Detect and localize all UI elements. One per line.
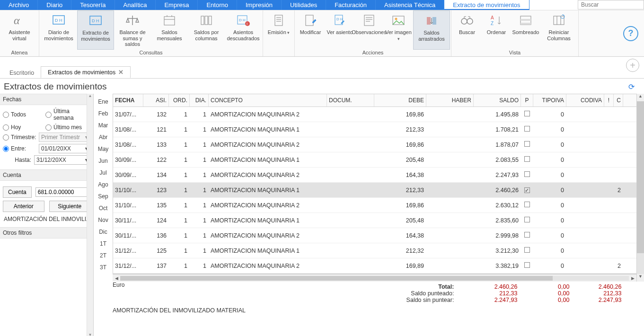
section-fechas[interactable]: Fechas [0,94,93,105]
ribbon-ordenar[interactable]: AZOrdenar [482,10,511,50]
help-icon[interactable]: ? [623,26,638,41]
table-row[interactable]: 30/09/...13411AMORTIZACION MAQUINARIA 21… [113,168,636,183]
section-cuenta[interactable]: Cuenta [0,169,93,181]
close-tab-icon[interactable]: ✕ [118,69,124,76]
checkbox-punteado[interactable] [524,141,530,147]
col-last[interactable]: C [614,94,623,106]
grid-horizontal-scrollbar[interactable]: ◀ ▶ [113,274,636,282]
col-asi[interactable]: ASI. [143,94,169,106]
month-1t[interactable]: 1T [94,238,113,249]
ribbon-extracto-de-movimientos[interactable]: D HExtracto de movimientos [77,10,114,50]
col-fecha[interactable]: FECHA [113,94,143,106]
table-row[interactable]: 30/11/...12411AMORTIZACION MAQUINARIA 12… [113,213,636,228]
ribbon-saldos-por-columnas[interactable]: Saldos por columnas [188,10,225,50]
table-row[interactable]: 31/07/...13211AMORTIZACION MAQUINARIA 21… [113,107,636,122]
menu-facturacin[interactable]: Facturación [326,0,376,10]
scroll-right-icon[interactable]: ▶ [629,276,636,281]
table-row[interactable]: 31/10/...13511AMORTIZACION MAQUINARIA 21… [113,198,636,213]
month-jul[interactable]: Jul [94,167,113,178]
ribbon-observaciones[interactable]: Observaciones [354,10,384,50]
search-input[interactable] [578,0,644,9]
month-mar[interactable]: Mar [94,119,113,131]
table-row[interactable]: 30/09/...12211AMORTIZACION MAQUINARIA 12… [113,152,636,168]
ribbon-asistente-virtual[interactable]: αAsistente virtual [1,10,38,50]
ribbon-saldos-mensuales[interactable]: Saldos mensuales [151,10,188,50]
ribbon-balance-de-sumas-y-saldos[interactable]: Balance de sumas y saldos [114,10,151,50]
radio-trimestre[interactable]: Trimestre: [3,134,36,141]
menu-analtica[interactable]: Analítica [115,0,156,10]
grid-header[interactable]: FECHA ASI. ORD. DIA. CONCEPTO DOCUM. DEB… [113,94,636,107]
checkbox-punteado[interactable] [524,262,530,268]
checkbox-punteado[interactable] [524,202,530,207]
col-saldo[interactable]: SALDO [474,94,521,106]
ribbon-modificar[interactable]: Modificar [296,10,325,50]
checkbox-punteado[interactable] [524,126,530,132]
date-entre-input[interactable]: 01/01/20XX▾ [39,144,90,153]
month-ene[interactable]: Ene [94,96,113,107]
sidebar-scrollbar[interactable] [87,94,93,336]
table-row[interactable]: 30/11/...13611AMORTIZACION MAQUINARIA 21… [113,228,636,243]
radio-hoy[interactable]: Hoy [3,124,44,131]
menu-entorno[interactable]: Entorno [198,0,237,10]
ribbon-sombreado[interactable]: Sombreado [511,10,540,50]
checkbox-punteado[interactable] [524,111,530,116]
radio-entre[interactable]: Entre: [3,145,36,152]
month-nov[interactable]: Nov [94,214,113,226]
menu-utilidades[interactable]: Utilidades [282,0,326,10]
col-haber[interactable]: HABER [426,94,474,106]
ribbon-reiniciar-columnas[interactable]: Reiniciar Columnas [540,10,577,50]
scroll-down-icon[interactable]: ▼ [637,274,644,282]
month-may[interactable]: May [94,143,113,155]
checkbox-punteado[interactable] [524,187,530,193]
ribbon-saldos-arrastrados[interactable]: Saldos arrastrados [413,10,450,50]
radio-ultimo-mes[interactable]: Último mes [45,124,86,131]
doc-tab-extractos-de-movimientos[interactable]: Extractos de movimientos✕ [41,66,131,78]
scroll-left-icon[interactable]: ◀ [113,276,120,281]
date-hasta-input[interactable]: 31/12/20XX▾ [34,155,90,165]
col-docum[interactable]: DOCUM. [327,94,374,106]
ribbon-ver-imagen[interactable]: Ver imagen [384,10,413,50]
menu-empresa[interactable]: Empresa [156,0,198,10]
ribbon-tab-active[interactable]: Extracto de movimientos [444,0,529,10]
ribbon-diario-de-movimientos[interactable]: D HDiario de movimientos [40,10,77,50]
cuenta-lookup-button[interactable]: Cuenta [3,186,32,198]
month-3t[interactable]: 3T [94,261,113,273]
menu-archivo[interactable]: Archivo [0,0,38,10]
col-debe[interactable]: DEBE [374,94,426,106]
menu-impresin[interactable]: Impresión [237,0,282,10]
ribbon-emisi-n[interactable]: Emisión [264,10,293,55]
scroll-up-icon[interactable]: ▲ [637,94,644,101]
checkbox-punteado[interactable] [524,156,530,162]
month-ago[interactable]: Ago [94,178,113,190]
refresh-icon[interactable]: ⟳ [628,82,635,91]
grid-vertical-scrollbar[interactable]: ▲ ▼ [636,94,644,282]
month-dic[interactable]: Dic [94,226,113,238]
doc-tab-escritorio[interactable]: Escritorio [3,68,41,78]
section-otros-filtros[interactable]: Otros filtros [0,227,93,239]
checkbox-punteado[interactable] [524,171,530,177]
checkbox-punteado[interactable] [524,232,530,238]
table-row[interactable]: 31/12/...12511AMORTIZACION MAQUINARIA 12… [113,243,636,258]
col-tipoiva[interactable]: TIPOIVA [533,94,566,106]
month-jun[interactable]: Jun [94,155,113,167]
month-oct[interactable]: Oct [94,202,113,214]
radio-ultima-semana[interactable]: Última semana [45,108,86,121]
col-codiva[interactable]: CODIVA [566,94,604,106]
month-abr[interactable]: Abr [94,131,113,143]
col-concepto[interactable]: CONCEPTO [209,94,327,106]
col-dia[interactable]: DIA. [190,94,209,106]
add-button[interactable]: + [626,59,639,72]
menu-diario[interactable]: Diario [38,0,71,10]
radio-todos[interactable]: Todos [3,108,44,121]
cuenta-input[interactable] [35,187,94,197]
month-2t[interactable]: 2T [94,249,113,261]
table-row[interactable]: 31/12/...13711AMORTIZACION MAQUINARIA 21… [113,258,636,274]
ribbon-asientos-descuadrados[interactable]: D H!Asientos descuadrados [225,10,262,50]
month-sep[interactable]: Sep [94,190,113,202]
col-p[interactable]: P [521,94,533,106]
menu-tesorera[interactable]: Tesorería [71,0,115,10]
siguiente-button[interactable]: Siguiente [49,201,91,212]
col-ord[interactable]: ORD. [169,94,190,106]
anterior-button[interactable]: Anterior [3,201,44,212]
table-row[interactable]: 31/10/...12311AMORTIZACION MAQUINARIA 12… [113,183,636,198]
